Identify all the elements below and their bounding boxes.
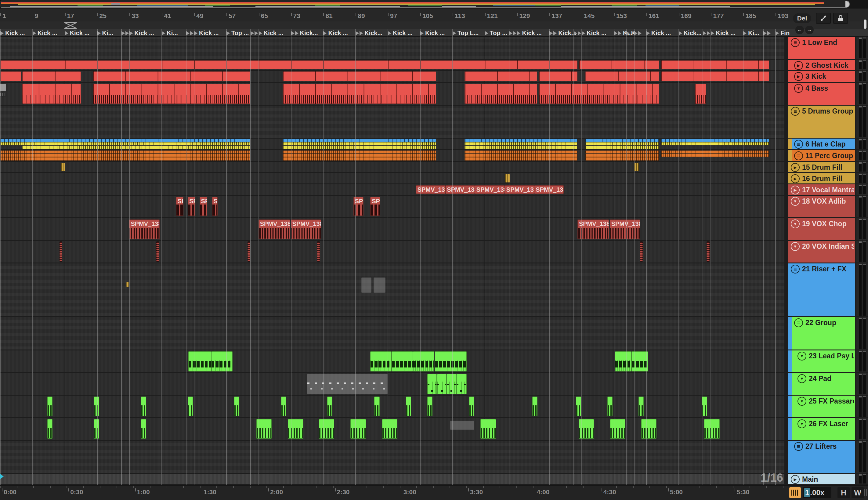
bar-number[interactable]: 97 (390, 12, 397, 20)
clip[interactable] (465, 142, 578, 145)
clip[interactable] (141, 397, 146, 416)
clip[interactable] (465, 154, 578, 157)
clip[interactable] (585, 154, 659, 157)
clip[interactable] (370, 351, 391, 372)
track-name-block[interactable]: ≡22 Group (792, 317, 855, 350)
zoom-width-button[interactable]: W (852, 487, 864, 498)
bar-number[interactable]: 17 (67, 12, 74, 20)
vertical-scrollbar[interactable] (864, 20, 867, 29)
clip[interactable] (0, 60, 578, 69)
clip[interactable] (639, 397, 644, 416)
zoom-height-button[interactable]: H (837, 487, 850, 498)
clip[interactable] (640, 241, 643, 262)
track-name-block[interactable]: ≡27 Lifters (792, 441, 855, 473)
clip[interactable]: SPM (353, 197, 364, 216)
clip[interactable] (288, 419, 303, 439)
overview-zoom-handle[interactable] (845, 1, 849, 7)
arrangement-start-marker[interactable] (0, 474, 4, 479)
track-lane-riser-fx[interactable] (0, 263, 784, 316)
clip[interactable]: SPMV_138 (259, 219, 290, 239)
track-name-block[interactable]: ▼4 Bass (792, 83, 855, 105)
track-lane-drum-fill-15[interactable] (0, 162, 784, 172)
clip[interactable] (585, 139, 659, 142)
clip[interactable]: SPMV_138 (578, 219, 609, 239)
scrub-area[interactable] (0, 21, 868, 29)
clip[interactable] (406, 397, 411, 416)
track-name-block[interactable]: ≡11 Perc Group (792, 150, 855, 161)
locator-flag[interactable] (574, 29, 582, 37)
clip[interactable] (126, 282, 129, 287)
track-name-block[interactable]: ≡21 Riser + FX (788, 263, 855, 316)
track-collapsed-icon[interactable]: ▶ (794, 61, 803, 70)
track-lane-vox-adlib[interactable]: SPMSPMSPMSPSPMSPM (0, 196, 784, 217)
clip[interactable] (435, 351, 467, 372)
track-lane-ghost-kick[interactable] (0, 60, 784, 70)
bar-number[interactable]: 161 (649, 12, 659, 20)
clip[interactable] (465, 139, 578, 142)
track-header-drums-group[interactable]: ≡5 Drums Group (788, 106, 855, 138)
clip[interactable] (281, 397, 286, 416)
locator-row[interactable]: Kick ...Kick ...Kick ...Ki...Kick ...Ki.… (0, 29, 868, 37)
track-header-drum-fill-15[interactable]: ▶15 Drum Fill (788, 162, 855, 172)
locator-flag[interactable]: Kick... (356, 29, 382, 37)
track-expanded-icon[interactable]: ▼ (798, 374, 806, 383)
clip[interactable] (22, 146, 251, 149)
clip[interactable] (188, 397, 193, 416)
locator-flag[interactable] (509, 29, 517, 37)
clip[interactable] (427, 397, 433, 416)
locator-flag[interactable] (251, 29, 259, 37)
track-name-block[interactable]: ▶2 Ghost Kick (792, 60, 855, 70)
track-lane-group-22[interactable] (0, 317, 784, 350)
track-name-block[interactable]: ≡6 Hat e Clap (792, 139, 855, 149)
clip[interactable] (0, 84, 7, 96)
clip[interactable] (579, 419, 594, 439)
clip[interactable] (465, 84, 537, 104)
clip[interactable]: SPMV_138 (129, 219, 159, 239)
clip[interactable] (576, 397, 581, 416)
clip[interactable] (539, 84, 660, 104)
bar-number[interactable]: 153 (616, 12, 627, 20)
locator-flag[interactable] (634, 29, 642, 37)
clip[interactable] (283, 84, 436, 104)
clip[interactable] (94, 397, 99, 416)
track-lane-low-end[interactable] (0, 37, 784, 59)
track-expanded-icon[interactable]: ▼ (794, 84, 803, 93)
bar-number[interactable]: 177 (713, 12, 724, 20)
overview-frame[interactable] (1, 1, 850, 8)
track-header-perc-group[interactable]: ≡11 Perc Group (788, 150, 855, 161)
track-expanded-icon[interactable]: ▼ (791, 197, 800, 206)
bar-number[interactable]: 9 (35, 12, 38, 20)
locator-flag[interactable]: Kick ... (129, 29, 154, 37)
clip[interactable] (61, 163, 66, 171)
track-lane-fx-laser[interactable] (0, 418, 784, 440)
clip[interactable]: SPMV_138 (445, 185, 475, 194)
clip[interactable] (283, 142, 436, 145)
clip[interactable] (47, 419, 53, 439)
lock-button[interactable] (833, 13, 848, 24)
clip[interactable] (607, 397, 613, 416)
clip[interactable] (480, 419, 496, 439)
track-name-block[interactable]: ▶3 Kick (792, 71, 855, 82)
track-name-block[interactable]: ≡5 Drums Group (788, 106, 855, 138)
clip[interactable] (446, 374, 456, 394)
track-name-block[interactable]: ▶15 Drum Fill (788, 162, 855, 172)
locator-flag[interactable]: Top L... (453, 29, 479, 37)
bar-number[interactable]: 169 (681, 12, 692, 20)
locator-flag[interactable]: Ki... (162, 29, 178, 37)
track-header-ghost-kick[interactable]: ▶2 Ghost Kick (788, 60, 855, 70)
track-header-drum-fill-16[interactable]: ▶16 Drum Fill (788, 173, 855, 183)
track-lane-perc-group[interactable] (0, 150, 784, 161)
clip[interactable] (93, 71, 250, 81)
locator-flag[interactable]: Ki... (98, 29, 114, 37)
clip[interactable] (350, 419, 366, 439)
track-header-riser-fx[interactable]: ≡21 Riser + FX (788, 263, 855, 316)
bar-number[interactable]: 33 (132, 12, 139, 20)
track-fold-icon[interactable]: ≡ (794, 140, 803, 149)
locator-flag[interactable]: Top ... (227, 29, 249, 37)
track-collapsed-icon[interactable]: ▶ (791, 174, 800, 183)
track-header-lifters[interactable]: ≡27 Lifters (788, 441, 855, 473)
clip[interactable] (579, 60, 659, 69)
track-name-block[interactable]: ▶Main (788, 474, 855, 484)
locator-flag[interactable]: Kick ... (259, 29, 283, 37)
clip[interactable] (465, 150, 578, 154)
